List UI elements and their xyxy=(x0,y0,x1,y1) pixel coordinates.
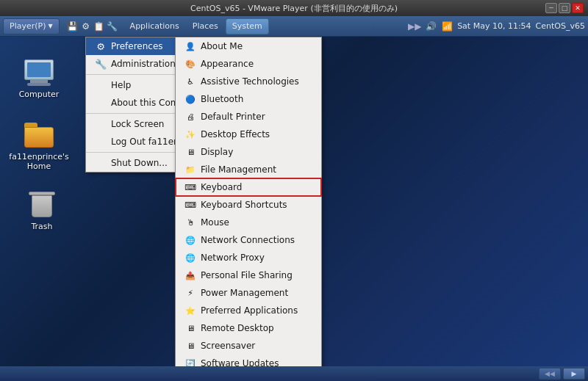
menu-item-lock[interactable]: Lock Screen xyxy=(86,115,224,133)
desktop-icon-home[interactable]: fa11enprince's Home xyxy=(13,117,65,174)
power-management-icon: ⚡ xyxy=(184,287,196,299)
applications-menu-button[interactable]: Applications xyxy=(124,18,185,35)
administration-icon: 🔧 xyxy=(95,58,107,70)
logout-icon xyxy=(95,136,107,148)
minimize-button[interactable]: ─ xyxy=(545,3,557,13)
system-menu-panel: ⚙ Preferences ▶ 🔧 Administration ▶ Help … xyxy=(85,37,225,173)
taskbar-right: ▶▶ 🔊 📶 Sat May 10, 11:54 CentOS_v65 xyxy=(409,21,585,32)
desktop: Computer fa11enprince's Home Trash Syste… xyxy=(0,37,588,366)
preferences-label: Preferences xyxy=(111,41,163,51)
keyboard-shortcuts-label: Keyboard Shortcuts xyxy=(201,200,287,210)
system-menu-container: System ⚙ Preferences ▶ 🔧 Administration … xyxy=(85,37,225,173)
desktop-icon-trash[interactable]: Trash xyxy=(16,187,68,234)
player-label: Player(P) xyxy=(10,21,46,31)
shutdown-icon xyxy=(95,157,107,169)
about-computer-icon xyxy=(95,97,107,109)
tray-forward-icon[interactable]: ▶▶ xyxy=(409,21,420,32)
preferred-apps-icon: ⭐ xyxy=(184,305,196,316)
software-updates-label: Software Updates xyxy=(201,358,279,366)
help-icon xyxy=(95,79,107,91)
pref-power-management[interactable]: ⚡ Power Management xyxy=(176,284,321,302)
desktop-icon-computer[interactable]: Computer xyxy=(13,55,65,102)
screensaver-icon: 🖥 xyxy=(184,340,196,352)
remote-desktop-label: Remote Desktop xyxy=(201,323,274,333)
keyboard-shortcuts-icon: ⌨ xyxy=(184,199,196,211)
network-proxy-label: Network Proxy xyxy=(201,253,265,263)
taskbar: Player(P) ▼ 💾 ⚙ 📋 🔧 ApplicationsPlacesSy… xyxy=(0,16,588,37)
menu-item-help[interactable]: Help xyxy=(86,76,224,94)
personal-file-sharing-label: Personal File Sharing xyxy=(201,270,293,280)
toolbar-icon-1[interactable]: 💾 xyxy=(67,21,79,32)
taskbar-left: Player(P) ▼ 💾 ⚙ 📋 🔧 ApplicationsPlacesSy… xyxy=(3,18,269,35)
menu-item-administration[interactable]: 🔧 Administration ▶ xyxy=(86,55,224,73)
places-menu-button[interactable]: Places xyxy=(187,18,224,35)
lock-icon xyxy=(95,118,107,130)
separator-3 xyxy=(86,152,224,153)
maximize-button[interactable]: □ xyxy=(559,3,570,13)
network-connections-icon: 🌐 xyxy=(184,234,196,246)
home-icon-label: fa11enprince's Home xyxy=(9,152,68,171)
pref-keyboard[interactable]: ⌨ Keyboard xyxy=(176,178,321,196)
trash-icon-label: Trash xyxy=(31,222,52,231)
pref-software-updates[interactable]: 🔄 Software Updates xyxy=(176,355,321,366)
pref-keyboard-shortcuts[interactable]: ⌨ Keyboard Shortcuts xyxy=(176,196,321,214)
tray-icon-3[interactable]: 📶 xyxy=(441,21,453,32)
keyboard-highlight-box xyxy=(175,178,322,197)
help-label: Help xyxy=(111,80,131,90)
keyboard-icon: ⌨ xyxy=(184,181,196,193)
screensaver-label: Screensaver xyxy=(201,341,255,351)
mouse-label: Mouse xyxy=(201,217,229,228)
pref-remote-desktop[interactable]: 🖥 Remote Desktop xyxy=(176,319,321,337)
pref-preferred-apps[interactable]: ⭐ Preferred Applications xyxy=(176,302,321,319)
remote-desktop-icon: 🖥 xyxy=(184,322,196,334)
administration-label: Administration xyxy=(111,59,176,69)
menu-item-shutdown[interactable]: Shut Down... xyxy=(86,154,224,172)
menu-item-preferences[interactable]: ⚙ Preferences ▶ xyxy=(86,37,224,55)
player-arrow-icon: ▼ xyxy=(48,23,52,29)
clock: Sat May 10, 11:54 xyxy=(457,21,531,31)
tray-icon-2[interactable]: 🔊 xyxy=(425,21,437,32)
about-computer-label: About this Computer xyxy=(111,98,203,108)
close-button[interactable]: ✕ xyxy=(572,3,584,13)
separator-1 xyxy=(86,74,224,75)
menu-item-logout[interactable]: Log Out fa11enprince... xyxy=(86,133,224,150)
separator-2 xyxy=(86,113,224,114)
shutdown-label: Shut Down... xyxy=(111,158,168,168)
menu-overlay: System ⚙ Preferences ▶ 🔧 Administration … xyxy=(0,37,588,366)
bottom-taskbar: ◀◀ ▶ xyxy=(0,366,588,381)
titlebar-controls: ─ □ ✕ xyxy=(545,3,584,13)
software-updates-icon: 🔄 xyxy=(184,358,196,366)
trash-icon-img xyxy=(27,190,57,219)
toolbar-icon-3[interactable]: 📋 xyxy=(93,21,105,32)
keyboard-label: Keyboard xyxy=(201,182,242,192)
logout-label: Log Out fa11enprince... xyxy=(111,137,215,147)
bottom-tray-btn-1[interactable]: ◀◀ xyxy=(539,368,561,380)
toolbar-icon-2[interactable]: ⚙ xyxy=(80,21,92,32)
pref-network-proxy[interactable]: 🌐 Network Proxy xyxy=(176,249,321,266)
menu-item-about-computer[interactable]: About this Computer xyxy=(86,94,224,112)
preferred-apps-label: Preferred Applications xyxy=(201,305,298,316)
toolbar-icon-4[interactable]: 🔧 xyxy=(107,21,118,32)
power-management-label: Power Management xyxy=(201,288,288,298)
pref-network-connections[interactable]: 🌐 Network Connections xyxy=(176,231,321,249)
pref-mouse[interactable]: 🖱 Mouse xyxy=(176,214,321,231)
network-connections-label: Network Connections xyxy=(201,235,295,245)
distro-label: CentOS_v65 xyxy=(536,21,585,31)
pref-personal-file-sharing[interactable]: 📤 Personal File Sharing xyxy=(176,266,321,284)
bottom-btn-icon-2: ▶ xyxy=(572,370,577,377)
player-menu-button[interactable]: Player(P) ▼ xyxy=(3,18,60,35)
bottom-btn-icon-1: ◀◀ xyxy=(545,370,555,377)
computer-icon-img xyxy=(24,58,54,87)
computer-icon-label: Computer xyxy=(19,90,60,99)
system-menu-button[interactable]: System xyxy=(226,18,269,35)
bottom-tray-btn-2[interactable]: ▶ xyxy=(563,368,585,380)
lock-label: Lock Screen xyxy=(111,119,164,129)
personal-file-sharing-icon: 📤 xyxy=(184,269,196,281)
preferences-arrow-icon: ▶ xyxy=(209,43,215,51)
titlebar-title: CentOS_v65 - VMware Player (非営利目的の使用のみ) xyxy=(190,3,398,14)
home-icon-img xyxy=(24,120,54,150)
pref-screensaver[interactable]: 🖥 Screensaver xyxy=(176,337,321,355)
titlebar: CentOS_v65 - VMware Player (非営利目的の使用のみ) … xyxy=(0,0,588,16)
administration-arrow-icon: ▶ xyxy=(209,60,215,68)
preferences-icon: ⚙ xyxy=(95,40,107,52)
